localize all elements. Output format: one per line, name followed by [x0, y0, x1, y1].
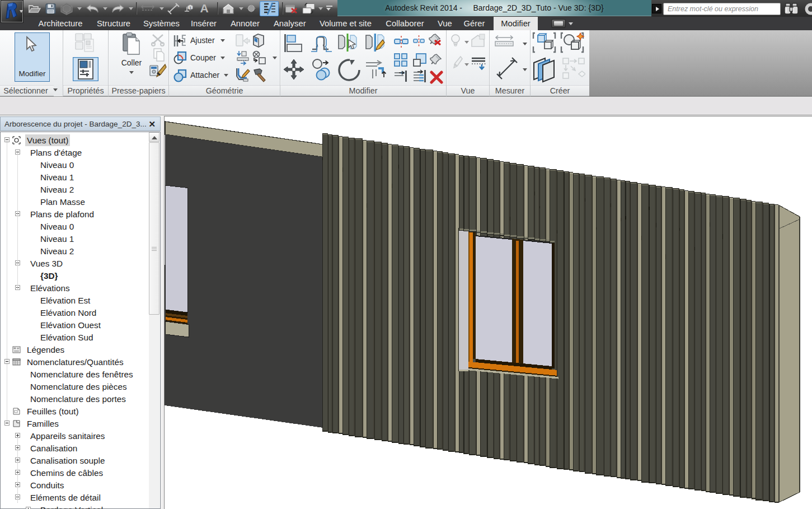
- svg-text:1: 1: [189, 6, 192, 11]
